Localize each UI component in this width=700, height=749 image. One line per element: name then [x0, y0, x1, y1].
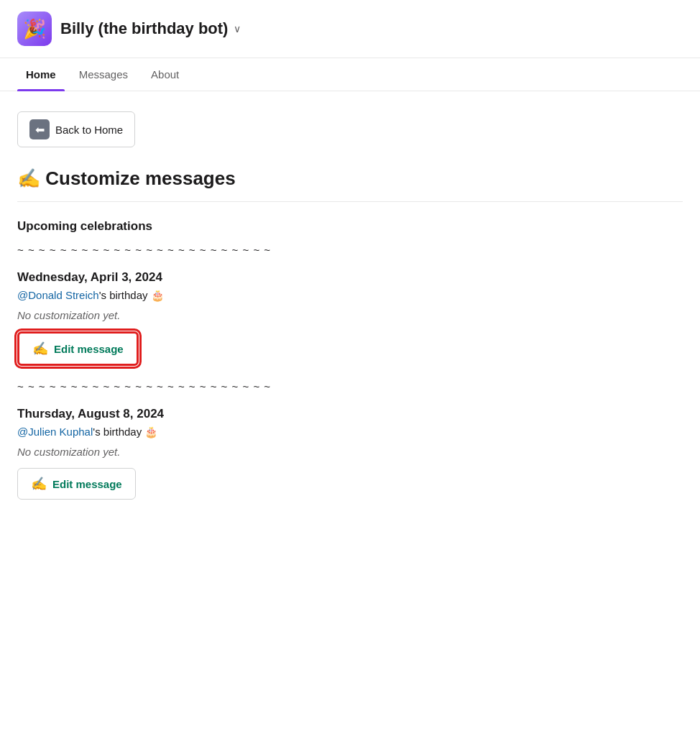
upcoming-celebrations-label: Upcoming celebrations: [17, 219, 683, 234]
back-to-home-button[interactable]: ⬅ Back to Home: [17, 111, 135, 147]
no-customization-1: No customization yet.: [17, 309, 683, 321]
app-header: 🎉 Billy (the birthday bot) ∨: [0, 0, 700, 58]
birthday-entry-2: Thursday, August 8, 2024 @Julien Kuphal'…: [17, 407, 683, 500]
divider-tilde-middle: ~ ~ ~ ~ ~ ~ ~ ~ ~ ~ ~ ~ ~ ~ ~ ~ ~ ~ ~ ~ …: [17, 380, 683, 392]
app-icon: 🎉: [17, 12, 52, 46]
tab-messages[interactable]: Messages: [70, 58, 137, 91]
edit-icon-1: ✍️: [32, 341, 48, 357]
no-customization-2: No customization yet.: [17, 446, 683, 458]
back-arrow-icon: ⬅: [29, 119, 50, 139]
edit-icon-2: ✍️: [31, 476, 47, 492]
tab-bar: Home Messages About: [0, 58, 700, 91]
app-title: Billy (the birthday bot): [60, 19, 228, 38]
birthday-entry-1: Wednesday, April 3, 2024 @Donald Streich…: [17, 270, 683, 366]
birthday-date-1: Wednesday, April 3, 2024: [17, 270, 683, 285]
birthday-person-2: @Julien Kuphal's birthday 🎂: [17, 426, 683, 438]
section-title: ✍️ Customize messages: [17, 167, 683, 202]
chevron-down-icon: ∨: [234, 23, 241, 35]
person-link-1[interactable]: @Donald Streich: [17, 289, 99, 301]
birthday-person-1: @Donald Streich's birthday 🎂: [17, 289, 683, 302]
edit-message-button-1[interactable]: ✍️ Edit message: [17, 331, 139, 366]
tab-about[interactable]: About: [142, 58, 188, 91]
birthday-date-2: Thursday, August 8, 2024: [17, 407, 683, 421]
divider-tilde-top: ~ ~ ~ ~ ~ ~ ~ ~ ~ ~ ~ ~ ~ ~ ~ ~ ~ ~ ~ ~ …: [17, 244, 683, 256]
main-content: ⬅ Back to Home ✍️ Customize messages Upc…: [0, 91, 700, 534]
app-title-wrapper[interactable]: Billy (the birthday bot) ∨: [60, 19, 241, 38]
edit-message-button-2[interactable]: ✍️ Edit message: [17, 468, 136, 500]
person-link-2[interactable]: @Julien Kuphal: [17, 426, 93, 438]
tab-home[interactable]: Home: [17, 58, 65, 91]
